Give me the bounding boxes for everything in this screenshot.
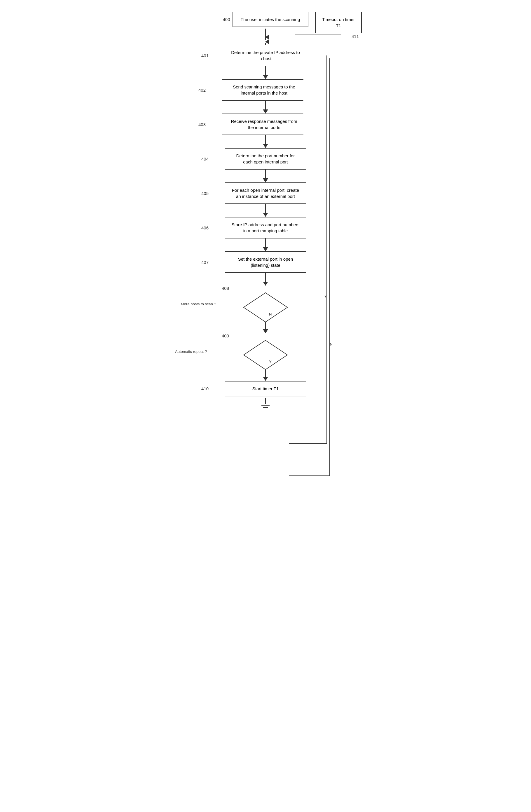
arrow-loop xyxy=(265,39,269,44)
wrapper-404: 404 Determine the port number for each o… xyxy=(163,148,368,170)
label-404: 404 xyxy=(201,157,209,161)
label-409: 409 xyxy=(222,333,229,338)
step-410: Start timer T1 xyxy=(225,381,306,396)
connector xyxy=(265,101,266,110)
step-403: Receive response messages from the inter… xyxy=(222,114,309,135)
label-407: 407 xyxy=(201,260,209,265)
arrow-down-401 xyxy=(263,75,268,79)
decision-section-409: Automatic repeat ? N Y 409 xyxy=(163,333,368,371)
arrow-down-409 xyxy=(263,377,268,381)
label-400: 400 xyxy=(223,17,230,22)
label-408: 408 xyxy=(222,286,229,291)
connector xyxy=(265,66,266,75)
decision-section-408: More hosts to scan ? Y N 408 xyxy=(163,286,368,323)
connector xyxy=(265,170,266,178)
arrow-down-407 xyxy=(263,282,268,286)
wrapper-401: 401 Determine the private IP address to … xyxy=(163,45,368,66)
top-section: Timeout on timer T1 411 400 The user ini… xyxy=(163,12,368,27)
connector xyxy=(265,135,266,144)
step-402: Send scanning messages to the internal p… xyxy=(222,79,309,101)
arrow-down-408 xyxy=(263,329,268,333)
ground-symbol xyxy=(260,398,271,408)
step-401: Determine the private IP address to a ho… xyxy=(225,45,306,66)
diamond-408 xyxy=(242,291,289,323)
connector xyxy=(265,204,266,213)
wrapper-407: 407 Set the external port in open (liste… xyxy=(163,251,368,273)
label-405: 405 xyxy=(201,191,209,196)
label-409-yes: Y xyxy=(269,360,271,364)
label-403: 403 xyxy=(198,122,206,127)
arrow-down-405 xyxy=(263,213,268,217)
arrow-down-404 xyxy=(263,178,268,183)
step-404: Determine the port number for each open … xyxy=(225,148,306,170)
label-401: 401 xyxy=(201,53,209,58)
step-406: Store IP address and port numbers in a p… xyxy=(225,217,306,238)
label-409-no: N xyxy=(330,342,333,346)
svg-marker-1 xyxy=(244,340,287,369)
arrow-down-402 xyxy=(263,110,268,114)
connector xyxy=(265,273,266,282)
wrapper-403: 403 Receive response messages from the i… xyxy=(163,114,368,135)
more-hosts-label: More hosts to scan ? xyxy=(181,302,216,306)
step-400: The user initiates the scanning xyxy=(233,12,308,27)
step-407: Set the external port in open (listening… xyxy=(225,251,306,273)
arrow-down-406 xyxy=(263,247,268,251)
arrow-down-403 xyxy=(263,144,268,148)
wrapper-402: 402 Send scanning messages to the intern… xyxy=(163,79,368,101)
wrapper-405: 405 For each open internal port, create … xyxy=(163,183,368,204)
label-402: 402 xyxy=(198,88,206,92)
wrapper-406: 406 Store IP address and port numbers in… xyxy=(163,217,368,238)
automatic-repeat-label: Automatic repeat ? xyxy=(175,349,207,354)
connector xyxy=(265,238,266,247)
label-408-yes: Y xyxy=(324,294,327,298)
svg-marker-0 xyxy=(244,293,287,322)
diamond-409 xyxy=(242,339,289,371)
step-405: For each open internal port, create an i… xyxy=(225,183,306,204)
label-408-no: N xyxy=(269,312,271,316)
wrapper-410: 410 Start timer T1 xyxy=(163,381,368,396)
label-406: 406 xyxy=(201,225,209,230)
flowchart: Timeout on timer T1 411 400 The user ini… xyxy=(163,12,368,408)
label-410: 410 xyxy=(201,386,209,391)
